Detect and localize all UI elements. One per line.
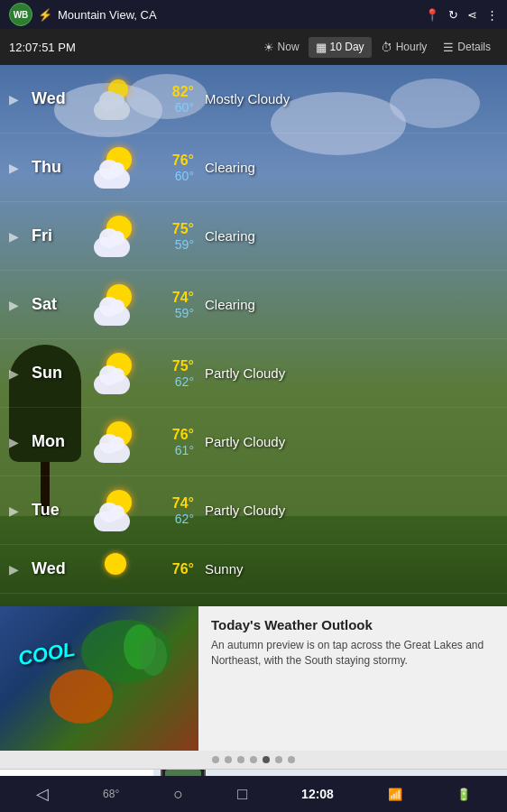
row-icon-2 [90, 214, 144, 259]
row-icon-0 [90, 77, 144, 122]
row-desc-1: Clearing [205, 160, 255, 175]
row-temps-6: 74° 62° [144, 495, 194, 526]
10day-icon: ▦ [316, 41, 327, 54]
row-day-7: Wed [32, 559, 90, 578]
nav-tabs: ☀ Now ▦ 10 Day ⏱ Hourly ☰ Details [256, 37, 498, 58]
hourly-icon: ⏱ [381, 41, 392, 54]
outlook-desc: An autumn preview is on tap across the G… [211, 638, 494, 669]
forecast-row-fri[interactable]: ▶ Fri 75° 59° Clearing [0, 202, 507, 271]
row-arrow-7: ▶ [9, 562, 27, 577]
dot-2[interactable] [237, 756, 244, 763]
location-icon[interactable]: 📍 [425, 8, 439, 22]
row-day-4: Sun [32, 364, 90, 383]
bottom-nav-bar: ◁ 68° ○ □ 12:08 📶 🔋 [0, 776, 507, 812]
weather-background: ▶ Wed 82° 60° Mostly Cloudy ▶ Thu 76° 60… [0, 65, 507, 606]
row-temps-5: 76° 61° [144, 427, 194, 457]
status-bar-right: 📍 ↻ ⋖ ⋮ [425, 8, 498, 22]
dot-6[interactable] [288, 756, 295, 763]
row-arrow-1: ▶ [9, 161, 27, 175]
battery-icon: 🔋 [456, 788, 471, 801]
row-desc-0: Mostly Cloudy [205, 91, 290, 106]
outlook-map: COOL [0, 606, 198, 751]
location-text: Mountain View, CA [58, 8, 157, 22]
row-temps-7: 76° [144, 561, 194, 577]
current-time: 12:07:51 PM [9, 41, 76, 54]
forecast-row-sat[interactable]: ▶ Sat 74° 59° Clearing [0, 271, 507, 339]
forecast-row-mon[interactable]: ▶ Mon 76° 61° Partly Cloudy [0, 408, 507, 476]
carousel-dots [0, 751, 507, 769]
wifi-icon: 📶 [388, 788, 402, 801]
share-icon[interactable]: ⋖ [467, 8, 477, 22]
row-temps-4: 75° 62° [144, 358, 194, 389]
row-arrow-6: ▶ [9, 503, 27, 518]
clock-display: 12:08 [301, 787, 334, 801]
dot-1[interactable] [225, 756, 232, 763]
row-arrow-3: ▶ [9, 298, 27, 312]
row-desc-5: Partly Cloudy [205, 434, 285, 449]
row-icon-1 [90, 145, 144, 190]
more-icon[interactable]: ⋮ [486, 8, 498, 22]
tab-details[interactable]: ☰ Details [436, 37, 498, 58]
row-arrow-4: ▶ [9, 366, 27, 381]
row-desc-3: Clearing [205, 297, 255, 312]
row-temps-1: 76° 60° [144, 152, 194, 183]
forecast-row-wed2[interactable]: ▶ Wed 76° Sunny [0, 545, 507, 594]
forecast-row-tue[interactable]: ▶ Tue 74° 62° Partly Cloudy [0, 476, 507, 545]
row-desc-7: Sunny [205, 561, 244, 577]
row-arrow-5: ▶ [9, 435, 27, 449]
row-arrow-2: ▶ [9, 229, 27, 244]
status-bar: WB ⚡ Mountain View, CA 📍 ↻ ⋖ ⋮ [0, 0, 507, 29]
row-day-3: Sat [32, 295, 90, 314]
outlook-title: Today's Weather Outlook [211, 617, 494, 632]
status-bar-left: WB ⚡ Mountain View, CA [9, 3, 157, 26]
dot-3[interactable] [250, 756, 257, 763]
home-button[interactable]: ○ [173, 785, 183, 804]
dot-0[interactable] [212, 756, 219, 763]
row-desc-4: Partly Cloudy [205, 365, 285, 381]
row-arrow-0: ▶ [9, 92, 27, 106]
app-icon: WB [9, 3, 32, 26]
toolbar: 12:07:51 PM ☀ Now ▦ 10 Day ⏱ Hourly ☰ De… [0, 29, 507, 65]
row-day-1: Thu [32, 158, 90, 177]
temp-display: 68° [103, 788, 119, 800]
refresh-icon[interactable]: ↻ [448, 8, 458, 22]
tab-now[interactable]: ☀ Now [256, 37, 307, 58]
row-icon-4 [90, 351, 144, 396]
tab-hourly[interactable]: ⏱ Hourly [373, 37, 435, 58]
row-icon-6 [90, 488, 144, 533]
now-icon: ☀ [263, 41, 274, 54]
row-icon-7 [90, 551, 144, 587]
forecast-row-wed[interactable]: ▶ Wed 82° 60° Mostly Cloudy [0, 65, 507, 134]
back-button[interactable]: ◁ [36, 784, 49, 804]
dot-5[interactable] [275, 756, 282, 763]
weather-map-svg [0, 606, 198, 751]
row-day-5: Mon [32, 432, 90, 451]
lightning-icon: ⚡ [38, 8, 52, 22]
outlook-text: Today's Weather Outlook An autumn previe… [198, 606, 507, 751]
tab-10day[interactable]: ▦ 10 Day [309, 37, 372, 58]
svg-point-3 [140, 636, 167, 676]
row-day-2: Fri [32, 226, 90, 245]
svg-point-1 [50, 669, 113, 724]
outlook-card: COOL Today's Weather Outlook An autumn p… [0, 606, 507, 751]
row-temps-3: 74° 59° [144, 290, 194, 320]
details-icon: ☰ [443, 41, 454, 54]
forecast-list: ▶ Wed 82° 60° Mostly Cloudy ▶ Thu 76° 60… [0, 65, 507, 606]
row-icon-3 [90, 282, 144, 328]
row-day-6: Tue [32, 501, 90, 520]
dot-4[interactable] [263, 756, 270, 763]
row-temps-0: 82° 60° [144, 84, 194, 115]
row-icon-5 [90, 420, 144, 465]
row-desc-6: Partly Cloudy [205, 503, 285, 518]
recents-button[interactable]: □ [237, 785, 247, 804]
forecast-row-thu[interactable]: ▶ Thu 76° 60° Clearing [0, 134, 507, 202]
forecast-row-sun[interactable]: ▶ Sun 75° 62° Partly Cloudy [0, 339, 507, 408]
row-temps-2: 75° 59° [144, 221, 194, 252]
row-desc-2: Clearing [205, 228, 255, 244]
row-day-0: Wed [32, 89, 90, 108]
